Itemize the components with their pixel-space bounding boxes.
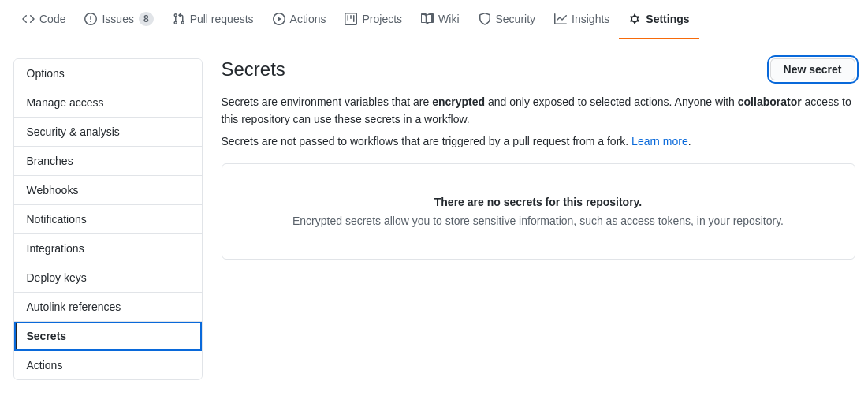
pull-request-icon: [173, 13, 185, 25]
nav-label-insights: Insights: [572, 13, 609, 25]
issues-icon: [84, 13, 97, 25]
security-nav-icon: [479, 13, 491, 25]
settings-nav-icon: [628, 13, 641, 25]
description-bold-collaborator: collaborator: [738, 95, 802, 108]
nav-label-actions: Actions: [290, 13, 326, 25]
nav-item-settings[interactable]: Settings: [619, 0, 698, 39]
new-secret-button[interactable]: New secret: [770, 58, 855, 80]
actions-nav-icon: [273, 13, 285, 25]
insights-icon: [554, 13, 567, 25]
description-bold-encrypted: encrypted: [432, 95, 485, 108]
code-icon: [22, 13, 35, 25]
page-header: Secrets New secret: [222, 58, 855, 80]
empty-state-desc: Encrypted secrets allow you to store sen…: [241, 215, 836, 227]
description-note: Secrets are not passed to workflows that…: [222, 135, 855, 147]
layout: Options Manage access Security & analysi…: [1, 39, 868, 399]
top-nav: Code Issues 8 Pull requests Actions Proj…: [0, 0, 868, 39]
sidebar-item-options[interactable]: Options: [14, 59, 202, 88]
sidebar-item-notifications[interactable]: Notifications: [14, 205, 202, 234]
sidebar-item-integrations[interactable]: Integrations: [14, 234, 202, 263]
nav-label-wiki: Wiki: [438, 13, 459, 25]
nav-label-issues: Issues: [102, 13, 133, 25]
sidebar-item-webhooks[interactable]: Webhooks: [14, 176, 202, 205]
description-line1: Secrets are environment variables that a…: [222, 93, 855, 129]
nav-label-projects: Projects: [362, 13, 402, 25]
sidebar-item-manage-access[interactable]: Manage access: [14, 88, 202, 118]
sidebar: Options Manage access Security & analysi…: [13, 58, 203, 380]
nav-item-code[interactable]: Code: [13, 0, 75, 39]
nav-item-insights[interactable]: Insights: [545, 0, 619, 39]
sidebar-item-security-analysis[interactable]: Security & analysis: [14, 118, 202, 147]
nav-label-security: Security: [496, 13, 536, 25]
sidebar-item-deploy-keys[interactable]: Deploy keys: [14, 263, 202, 293]
nav-item-projects[interactable]: Projects: [335, 0, 412, 39]
issues-badge: 8: [139, 12, 154, 26]
sidebar-item-actions[interactable]: Actions: [14, 351, 202, 379]
sidebar-item-branches[interactable]: Branches: [14, 147, 202, 176]
main-content: Secrets New secret Secrets are environme…: [222, 58, 855, 380]
nav-label-settings: Settings: [646, 13, 689, 25]
sidebar-item-autolink-references[interactable]: Autolink references: [14, 293, 202, 322]
empty-state-title: There are no secrets for this repository…: [241, 196, 836, 208]
nav-item-issues[interactable]: Issues 8: [75, 0, 162, 39]
learn-more-link[interactable]: Learn more: [631, 135, 688, 147]
nav-label-code: Code: [39, 13, 65, 25]
nav-item-actions[interactable]: Actions: [263, 0, 336, 39]
nav-label-pull-requests: Pull requests: [190, 13, 254, 25]
projects-icon: [345, 13, 357, 25]
empty-state: There are no secrets for this repository…: [222, 163, 855, 260]
nav-item-security[interactable]: Security: [469, 0, 546, 39]
nav-item-pull-requests[interactable]: Pull requests: [163, 0, 263, 39]
nav-item-wiki[interactable]: Wiki: [412, 0, 468, 39]
sidebar-item-secrets[interactable]: Secrets: [14, 322, 202, 351]
page-title: Secrets: [222, 58, 285, 80]
wiki-icon: [421, 13, 434, 25]
